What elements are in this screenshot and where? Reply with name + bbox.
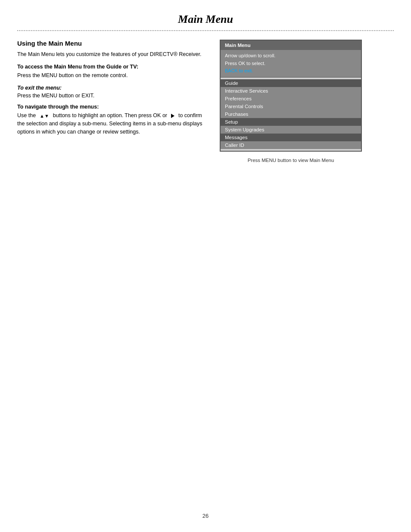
exit-heading: To exit the menu: <box>17 85 207 91</box>
right-arrow-icon <box>171 114 174 118</box>
section-heading: Using the Main Menu <box>17 40 207 47</box>
page-title: Main Menu <box>0 0 411 30</box>
page-number: 26 <box>202 513 209 519</box>
section-divider <box>17 30 394 31</box>
navigate-text-1: Use the <box>17 112 36 118</box>
up-down-arrow-icon: ▲▼ <box>40 112 49 120</box>
left-column: Using the Main Menu The Main Menu lets y… <box>17 40 207 163</box>
navigate-text-2: buttons to highlight an option. Then pre… <box>53 112 167 118</box>
navigate-heading: To navigate through the menus: <box>17 104 207 110</box>
menu-list: GuideInteractive ServicesPreferencesPare… <box>221 78 361 151</box>
menu-item[interactable]: Preferences <box>221 95 361 103</box>
menu-item[interactable]: Caller ID <box>221 141 361 149</box>
menu-item[interactable]: Parental Controls <box>221 103 361 110</box>
tv-subheader: Arrow up/down to scroll. Press OK to sel… <box>221 50 361 78</box>
right-column: Main Menu Arrow up/down to scroll. Press… <box>220 40 362 163</box>
subheader-line2: Press OK to select. <box>225 60 357 68</box>
menu-item[interactable]: Setup <box>221 118 361 126</box>
back-text: BACK to exit. <box>225 68 253 73</box>
access-heading: To access the Main Menu from the Guide o… <box>17 64 207 70</box>
tv-header: Main Menu <box>221 40 361 50</box>
menu-item[interactable]: Interactive Services <box>221 87 361 95</box>
menu-item[interactable]: Messages <box>221 134 361 141</box>
navigate-text: Use the ▲▼ buttons to highlight an optio… <box>17 112 207 136</box>
menu-item[interactable]: System Upgrades <box>221 126 361 134</box>
intro-text: The Main Menu lets you customize the fea… <box>17 50 207 59</box>
exit-text: Press the MENU button or EXIT. <box>17 92 207 100</box>
tv-caption: Press MENU button to view Main Menu <box>248 158 334 163</box>
subheader-line3: BACK to exit. <box>225 67 357 75</box>
access-text: Press the MENU button on the remote cont… <box>17 72 207 80</box>
subheader-line1: Arrow up/down to scroll. <box>225 52 357 60</box>
content-area: Using the Main Menu The Main Menu lets y… <box>0 40 411 163</box>
menu-item[interactable]: Purchases <box>221 110 361 118</box>
tv-screen: Main Menu Arrow up/down to scroll. Press… <box>220 40 362 152</box>
menu-item[interactable]: Guide <box>221 79 361 87</box>
